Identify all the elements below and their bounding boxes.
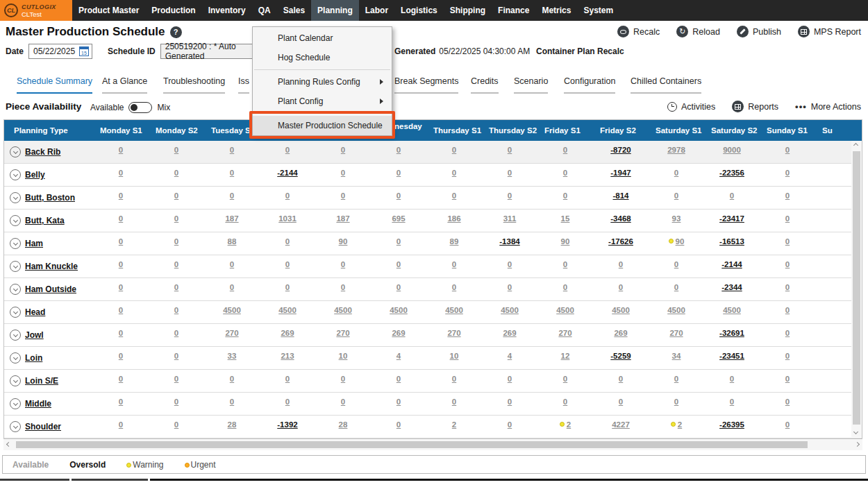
availability-value-link[interactable]: 0: [230, 398, 234, 406]
tab-chilled-containers[interactable]: Chilled Containers: [631, 76, 701, 94]
planning-type-link[interactable]: Loin S/E: [25, 376, 58, 386]
availability-value-link[interactable]: 0: [397, 237, 401, 246]
planning-type-link[interactable]: Head: [25, 307, 45, 317]
nav-item-logistics[interactable]: Logistics: [394, 0, 444, 21]
nav-item-production[interactable]: Production: [145, 0, 201, 21]
vertical-scroll-thumb[interactable]: [853, 151, 860, 425]
availability-value-link[interactable]: 0: [563, 260, 567, 268]
vertical-scrollbar[interactable]: [851, 141, 862, 437]
availability-value-link[interactable]: 4500: [667, 306, 685, 314]
expand-row-button[interactable]: [10, 421, 21, 432]
availability-value-link[interactable]: 4500: [612, 306, 630, 314]
availability-value-link[interactable]: 0: [397, 420, 401, 429]
availability-value-link[interactable]: 0: [119, 329, 123, 337]
availability-value-link[interactable]: 33: [228, 352, 237, 360]
availability-value-link[interactable]: 0: [341, 398, 345, 406]
expand-row-button[interactable]: [10, 352, 21, 364]
availability-value-link[interactable]: 10: [450, 352, 459, 360]
availability-value-link[interactable]: 0: [508, 420, 512, 429]
availability-value-link[interactable]: 0: [397, 191, 401, 200]
availability-value-link[interactable]: 4: [508, 352, 512, 360]
tab-credits[interactable]: Credits: [471, 76, 499, 94]
availability-value-link[interactable]: 0: [230, 191, 234, 200]
availability-value-link[interactable]: 269: [281, 329, 294, 337]
availability-value-link[interactable]: 0: [785, 146, 790, 154]
availability-value-link[interactable]: 4500: [445, 306, 463, 314]
availability-value-link[interactable]: 2: [567, 420, 571, 429]
availability-value-link[interactable]: 0: [785, 191, 790, 200]
availability-value-link[interactable]: 0: [230, 375, 234, 383]
availability-value-link[interactable]: 0: [230, 146, 234, 154]
planning-type-link[interactable]: Middle: [25, 399, 51, 409]
recalc-button[interactable]: Recalc: [617, 26, 660, 37]
menu-item-planning-rules-config[interactable]: Planning Rules Config: [253, 72, 392, 92]
planning-type-link[interactable]: Jowl: [25, 330, 44, 340]
menu-item-plant-config[interactable]: Plant Config: [253, 92, 392, 111]
availability-value-link[interactable]: 311: [503, 214, 517, 223]
tab-scenario[interactable]: Scenario: [514, 76, 548, 94]
availability-value-link[interactable]: 0: [785, 237, 790, 246]
horizontal-scrollbar[interactable]: [3, 439, 862, 450]
expand-row-button[interactable]: [10, 215, 21, 226]
availability-value-link[interactable]: 0: [674, 398, 678, 406]
expand-row-button[interactable]: [10, 307, 21, 318]
availability-value-link[interactable]: 0: [174, 306, 178, 314]
scroll-right-icon[interactable]: [855, 442, 860, 447]
availability-value-link[interactable]: -23451: [719, 352, 744, 360]
publish-button[interactable]: Publish: [737, 26, 781, 37]
availability-value-link[interactable]: 0: [674, 260, 678, 268]
availability-value-link[interactable]: -16513: [719, 237, 744, 246]
availability-value-link[interactable]: 4500: [223, 306, 241, 314]
planning-type-link[interactable]: Ham: [25, 239, 43, 248]
availability-value-link[interactable]: 0: [285, 375, 290, 383]
availability-value-link[interactable]: 0: [397, 283, 401, 291]
date-input[interactable]: 05/22/2025 15: [28, 44, 92, 59]
availability-value-link[interactable]: 0: [508, 283, 512, 291]
availability-value-link[interactable]: 4500: [556, 306, 574, 314]
availability-value-link[interactable]: 213: [281, 352, 294, 360]
availability-value-link[interactable]: 0: [674, 375, 678, 383]
tab-at-a-glance[interactable]: At a Glance: [102, 76, 147, 94]
availability-value-link[interactable]: 0: [619, 260, 623, 268]
expand-row-button[interactable]: [10, 169, 21, 180]
availability-value-link[interactable]: 0: [341, 260, 345, 268]
tab-break-segments[interactable]: Break Segments: [394, 76, 458, 94]
availability-value-link[interactable]: -1384: [499, 237, 519, 246]
availability-value-link[interactable]: 0: [452, 398, 456, 406]
nav-item-finance[interactable]: Finance: [492, 0, 535, 21]
availability-value-link[interactable]: 0: [285, 191, 290, 200]
scroll-down-icon[interactable]: [853, 429, 858, 434]
availability-value-link[interactable]: 0: [452, 169, 456, 177]
availability-value-link[interactable]: 186: [447, 214, 460, 223]
availability-value-link[interactable]: -5259: [610, 352, 631, 360]
availability-value-link[interactable]: 0: [785, 352, 790, 360]
expand-row-button[interactable]: [10, 146, 21, 157]
availability-value-link[interactable]: 9000: [723, 146, 741, 154]
availability-value-link[interactable]: 89: [450, 237, 459, 246]
availability-value-link[interactable]: 0: [174, 169, 178, 177]
activities-button[interactable]: Activities: [667, 102, 715, 112]
availability-value-link[interactable]: 270: [669, 329, 683, 337]
availability-value-link[interactable]: 12: [561, 352, 570, 360]
nav-item-qa[interactable]: QA: [252, 0, 277, 21]
availability-value-link[interactable]: 0: [230, 260, 234, 268]
availability-value-link[interactable]: 0: [452, 260, 456, 268]
planning-type-link[interactable]: Loin: [25, 353, 42, 363]
availability-value-link[interactable]: -1947: [610, 169, 631, 177]
availability-value-link[interactable]: 4500: [501, 306, 519, 314]
availability-value-link[interactable]: 4500: [334, 306, 352, 314]
availability-value-link[interactable]: 0: [397, 260, 401, 268]
availability-value-link[interactable]: 88: [228, 237, 237, 246]
availability-value-link[interactable]: 0: [674, 169, 678, 177]
availability-value-link[interactable]: 0: [563, 283, 567, 291]
availability-value-link[interactable]: 0: [397, 398, 401, 406]
availability-value-link[interactable]: 0: [174, 146, 178, 154]
availability-value-link[interactable]: 0: [285, 146, 290, 154]
availability-value-link[interactable]: 4500: [278, 306, 297, 314]
expand-row-button[interactable]: [10, 375, 21, 386]
availability-value-link[interactable]: 0: [119, 237, 123, 246]
availability-value-link[interactable]: 90: [676, 237, 685, 246]
mps-report-button[interactable]: MPS Report: [798, 26, 861, 37]
nav-item-system[interactable]: System: [577, 0, 619, 21]
expand-row-button[interactable]: [10, 261, 21, 272]
